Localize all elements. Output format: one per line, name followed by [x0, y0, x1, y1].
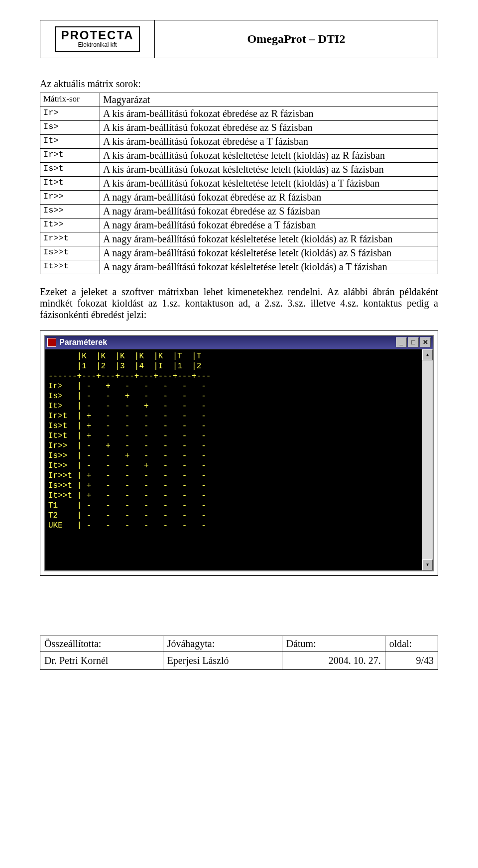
matrix-code: It> — [40, 135, 100, 149]
window-titlebar: Paraméterek _ □ ✕ — [45, 336, 433, 349]
scroll-down-icon[interactable]: ▾ — [422, 559, 433, 570]
close-button[interactable]: ✕ — [420, 337, 431, 347]
matrix-desc: A nagy áram-beállítású fokozat késleltet… — [100, 246, 438, 260]
scroll-up-icon[interactable]: ▴ — [422, 349, 433, 360]
matrix-code: Ir> — [40, 107, 100, 121]
logo-cell: PROTECTA Elektronikai kft — [40, 20, 155, 58]
footer-h2: Jóváhagyta: — [163, 636, 282, 652]
matrix-code: It>> — [40, 218, 100, 232]
matrix-desc: A nagy áram-beállítású fokozat ébredése … — [100, 218, 438, 232]
matrix-head-col2: Magyarázat — [100, 93, 438, 107]
matrix-desc: A kis áram-beállítású fokozat ébredése a… — [100, 107, 438, 121]
matrix-desc: A nagy áram-beállítású fokozat késleltet… — [100, 232, 438, 246]
matrix-code: Is>>t — [40, 246, 100, 260]
matrix-desc: A kis áram-beállítású fokozat ébredése a… — [100, 135, 438, 149]
matrix-code: It>>t — [40, 260, 100, 274]
matrix-desc: A kis áram-beállítású fokozat késlelteté… — [100, 163, 438, 177]
footer-h4: oldal: — [385, 636, 438, 652]
app-icon — [47, 338, 56, 347]
matrix-table: Mátrix-sor Magyarázat Ir>A kis áram-beál… — [40, 93, 438, 274]
footer-h1: Összeállította: — [40, 636, 163, 652]
footer-v3: 2004. 10. 27. — [282, 652, 385, 670]
matrix-code: Is>t — [40, 163, 100, 177]
logo-sub: Elektronikai kft — [61, 41, 133, 48]
footer-v1: Dr. Petri Kornél — [40, 652, 163, 670]
page-header: PROTECTA Elektronikai kft OmegaProt – DT… — [40, 20, 438, 58]
footer-v2: Eperjesi László — [163, 652, 282, 670]
terminal-area: |K |K |K |K |K |T |T |1 |2 |3 |4 |I |1 |… — [45, 349, 433, 570]
maximize-button[interactable]: □ — [408, 337, 419, 347]
matrix-desc: A nagy áram-beállítású fokozat késleltet… — [100, 260, 438, 274]
page-title: OmegaProt – DTI2 — [155, 20, 438, 58]
terminal-content: |K |K |K |K |K |T |T |1 |2 |3 |4 |I |1 |… — [45, 349, 422, 570]
matrix-head-col1: Mátrix-sor — [40, 93, 100, 107]
matrix-desc: A kis áram-beállítású fokozat késlelteté… — [100, 149, 438, 163]
minimize-button[interactable]: _ — [396, 337, 407, 347]
matrix-desc: A kis áram-beállítású fokozat késlelteté… — [100, 177, 438, 191]
footer-h3: Dátum: — [282, 636, 385, 652]
window-title: Paraméterek — [59, 338, 107, 347]
window-frame: Paraméterek _ □ ✕ |K |K |K |K |K |T |T |… — [44, 335, 434, 571]
scroll-track[interactable] — [422, 360, 433, 559]
matrix-code: Is>> — [40, 205, 100, 218]
matrix-code: Is> — [40, 121, 100, 135]
footer-v4: 9/43 — [385, 652, 438, 670]
screenshot-frame: Paraméterek _ □ ✕ |K |K |K |K |K |T |T |… — [40, 330, 438, 576]
matrix-code: Ir>>t — [40, 232, 100, 246]
section-title: Az aktuális mátrix sorok: — [40, 78, 438, 90]
matrix-code: Ir>t — [40, 149, 100, 163]
matrix-desc: A nagy áram-beállítású fokozat ébredése … — [100, 205, 438, 218]
matrix-code: Ir>> — [40, 191, 100, 205]
logo-main: PROTECTA — [61, 28, 133, 42]
matrix-code: It>t — [40, 177, 100, 191]
footer-table: Összeállította: Jóváhagyta: Dátum: oldal… — [40, 636, 438, 670]
body-paragraph: Ezeket a jeleket a szoftver mátrixban le… — [40, 286, 438, 321]
matrix-desc: A kis áram-beállítású fokozat ébredése a… — [100, 121, 438, 135]
matrix-desc: A nagy áram-beállítású fokozat ébredése … — [100, 191, 438, 205]
scrollbar[interactable]: ▴ ▾ — [422, 349, 433, 570]
logo-box: PROTECTA Elektronikai kft — [55, 26, 139, 52]
